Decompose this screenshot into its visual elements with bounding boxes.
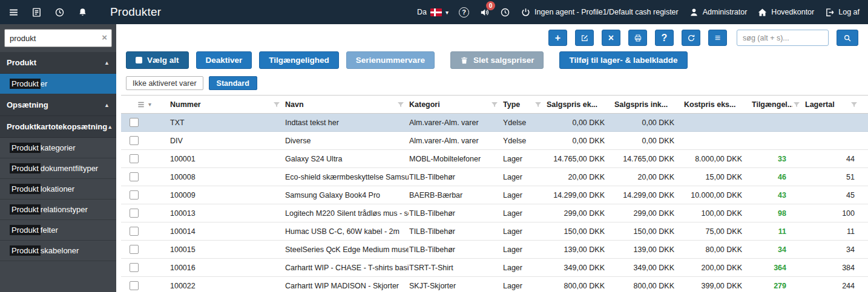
speaker-icon[interactable]: 0 (479, 7, 490, 18)
collapse-up-icon[interactable]: ▲ (104, 60, 110, 66)
clock-icon[interactable] (54, 7, 65, 18)
column-header-nummer[interactable]: Nummer (169, 96, 284, 113)
add-to-stock-label: Tilføj til lager- & labelkladde (569, 56, 677, 65)
filter-icon[interactable] (396, 100, 405, 109)
table-row[interactable]: 100008Eco-shield skærmbeskyttelse Samsu.… (121, 168, 868, 186)
refresh-button[interactable] (682, 30, 700, 46)
cell-tilgaengelig: 364 (751, 264, 804, 272)
app-window: Produkter Da ▾ ? 0 Ingen agent - Profile… (0, 0, 868, 292)
sidebar-item[interactable]: Produktlokationer (0, 179, 116, 200)
column-options[interactable]: ▾ (121, 96, 169, 113)
sidebar-item[interactable]: Produktrelationstyper (0, 200, 116, 220)
user-menu[interactable]: Administrator (689, 7, 748, 18)
filter-icon[interactable] (490, 100, 499, 109)
row-checkbox[interactable] (130, 136, 139, 145)
cell-salgspris_ek: 0,00 DKK (546, 118, 614, 127)
cell-salgspris_ink: 139,00 DKK (614, 245, 683, 254)
sidebar-item[interactable]: Produkter (0, 74, 116, 94)
logout-button[interactable]: Log af (824, 7, 860, 18)
row-checkbox[interactable] (130, 209, 139, 218)
column-header-type[interactable]: Type (502, 96, 546, 113)
row-select-cell (121, 263, 169, 272)
row-checkbox[interactable] (130, 245, 139, 254)
filter-icon[interactable] (534, 100, 542, 109)
column-header-salgspris-ekskl[interactable]: Salgspris ek... (546, 96, 614, 113)
deactivate-button[interactable]: Deaktiver (196, 51, 252, 69)
sidebar-item[interactable]: Produktskabeloner (0, 241, 116, 261)
print-button[interactable] (628, 30, 647, 46)
column-header-kategori[interactable]: Kategori (409, 96, 502, 113)
cell-nummer: 100001 (169, 155, 284, 163)
delete-sales-prices-button[interactable]: Slet salgspriser (450, 51, 544, 69)
agent-status[interactable]: Ingen agent - Profile1/Default cash regi… (521, 7, 679, 18)
sidebar-item[interactable]: Produktfelter (0, 220, 116, 241)
filter-icon[interactable] (272, 100, 281, 109)
row-select-cell (121, 172, 169, 181)
row-checkbox[interactable] (130, 263, 139, 272)
row-checkbox[interactable] (130, 118, 139, 127)
cell-tilgaengelig: 34 (751, 245, 804, 254)
column-header-navn[interactable]: Navn (284, 96, 409, 113)
cell-nummer: 100014 (169, 227, 284, 236)
filter-icon[interactable] (792, 100, 801, 109)
table-row[interactable]: 100014Humac USB C-C, 60W kabel - 2mTILB-… (121, 222, 868, 241)
table-row[interactable]: 100009Samsung Galaxy Book4 ProBAERB-Bærb… (121, 186, 868, 204)
search-input[interactable] (737, 30, 829, 46)
column-header-kostpris[interactable]: Kostpris eks... (683, 96, 751, 113)
sidebar-group-header[interactable]: Produktkartotekopsætning▲ (0, 116, 116, 138)
close-button[interactable]: × (602, 30, 620, 46)
cell-navn: Carhartt WIP - CHASE - T-shirts basic (284, 264, 409, 272)
edit-button[interactable] (575, 30, 594, 46)
view-standard-button[interactable]: Standard (209, 76, 257, 90)
table-row[interactable]: 100013Logitech M220 Silent trådløs mus -… (121, 204, 868, 222)
inactive-items-button[interactable]: Ikke aktiveret varer (126, 76, 203, 90)
list-view-button[interactable]: ≡ (708, 30, 727, 46)
add-to-stock-label-button[interactable]: Tilføj til lager- & labelkladde (559, 51, 687, 69)
journal-icon[interactable] (31, 7, 42, 18)
filter-icon[interactable] (850, 100, 858, 109)
collapse-up-icon[interactable]: ▲ (104, 102, 110, 108)
row-checkbox[interactable] (130, 281, 139, 290)
cell-kategori: SKJT-Skjorter (409, 282, 502, 290)
history-icon[interactable] (500, 7, 510, 18)
collapse-up-icon[interactable]: ▲ (107, 124, 113, 130)
row-checkbox[interactable] (130, 190, 139, 200)
table-row[interactable]: 100022Carhartt WIP MADISON - SkjorterSKJ… (121, 277, 868, 292)
clear-search-icon[interactable]: × (102, 33, 107, 42)
row-checkbox[interactable] (130, 172, 139, 181)
menu-icon[interactable] (8, 7, 19, 18)
language-selector[interactable]: Da ▾ (417, 8, 449, 16)
help-icon[interactable]: ? (459, 7, 469, 18)
cell-kategori: TSRT-T-Shirt (409, 264, 502, 272)
table-row[interactable]: 100016Carhartt WIP - CHASE - T-shirts ba… (121, 259, 868, 277)
office-menu[interactable]: Hovedkontor (757, 7, 814, 18)
table-row[interactable]: 100015SteelSeries QcK Edge Medium muse..… (121, 241, 868, 259)
bell-icon[interactable] (77, 7, 88, 18)
availability-button[interactable]: Tilgængelighed (259, 51, 339, 69)
add-button[interactable]: + (548, 30, 567, 46)
sidebar-group-header[interactable]: Produkt▲ (0, 52, 116, 74)
row-checkbox[interactable] (130, 154, 139, 163)
cell-lagertal: 244 (804, 282, 862, 290)
cell-navn: Eco-shield skærmbeskyttelse Samsu... (284, 173, 409, 181)
table-row[interactable]: DIVDiverseAlm.varer-Alm. varerYdelse0,00… (121, 132, 868, 150)
search-button[interactable] (837, 30, 858, 46)
column-header-salgspris-inkl[interactable]: Salgspris ink... (614, 96, 683, 113)
sidebar-item[interactable]: Produktdokumentfiltyper (0, 158, 116, 179)
sidebar-search-input[interactable] (4, 29, 112, 47)
serial-number-button[interactable]: Serienummervare (346, 51, 435, 69)
product-table: ▾ Nummer Navn Kategori Ty (121, 95, 868, 292)
row-checkbox[interactable] (130, 227, 139, 236)
select-all-button[interactable]: Vælg alt (126, 51, 189, 69)
cell-tilgaengelig: 33 (751, 155, 804, 163)
sidebar-group-header[interactable]: Opsætning▲ (0, 94, 116, 116)
table-row[interactable]: TXTIndtast tekst herAlm.varer-Alm. varer… (121, 114, 868, 132)
cell-kostpris: 200,00 DKK (683, 264, 751, 272)
column-header-tilgaengelig[interactable]: Tilgængel... (751, 96, 804, 113)
sidebar-item[interactable]: Produktkategorier (0, 138, 116, 158)
sidebar-item-label: felter (41, 225, 58, 235)
help-button[interactable]: ? (655, 30, 674, 46)
cell-salgspris_ink: 0,00 DKK (614, 137, 683, 145)
column-header-lagertal[interactable]: Lagertal (804, 96, 862, 113)
table-row[interactable]: 100001Galaxy S24 UltraMOBL-Mobiltelefone… (121, 150, 868, 168)
